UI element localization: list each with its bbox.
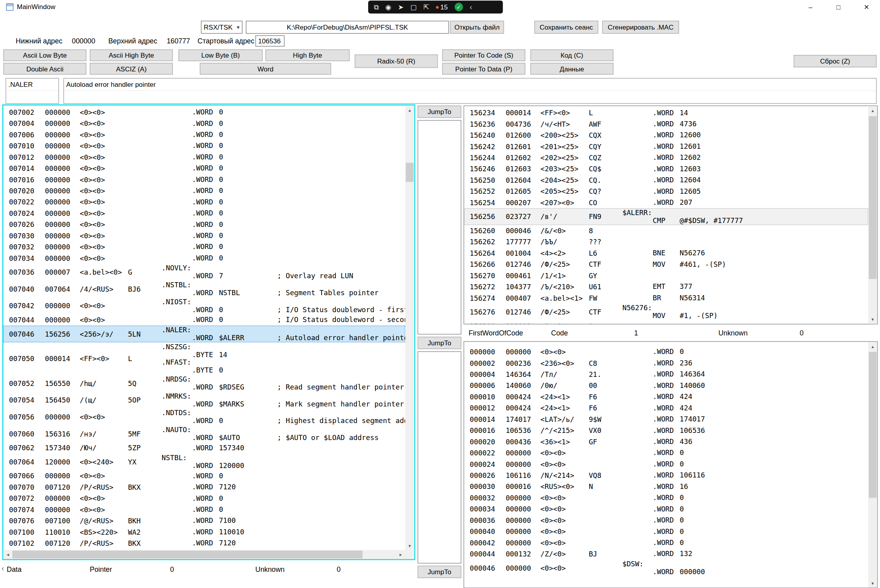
listing-row[interactable]: 156266012746/Ф/<25>CTFMOV#461, -(SP) [464,259,868,270]
listing-row[interactable]: 000046000000<0><0>$DSW:.WORD000000 [464,560,868,577]
listing-row[interactable]: 156270000461/1/<1>GY [464,270,868,281]
scroll-down-icon[interactable]: ▼ [868,579,877,588]
listing-row[interactable]: 007054156450/(щ/5OP.NMRKS:.WORD$MARKS; M… [4,392,405,409]
listing-row[interactable]: 000000000000<0><0>.WORD0 [464,346,868,357]
listing-row[interactable]: 007070007120/P/<RUS>BKX.WORD7120 [4,481,405,492]
maximize-button[interactable]: □ [826,0,851,14]
listing-row[interactable]: 000020000436<36><1>GF.WORD436 [464,436,868,447]
listing-row[interactable]: 007014000000<0><0>.WORD0 [4,163,405,174]
close-button[interactable]: ✕ [854,0,879,14]
format-select[interactable]: RSX/TSK ▾ [201,21,242,34]
high-byte-button[interactable]: High Byte [266,49,350,61]
jump-list-bottom[interactable] [418,351,461,564]
listing-row[interactable]: 007052156550/hщ/5Q.NRDSG:.WORD$RDSEG; Re… [4,375,405,392]
scroll-up-icon[interactable]: ▲ [868,342,877,351]
label-description-box[interactable]: Autoload error handler pointer [64,78,877,104]
ascii-high-byte-button[interactable]: Ascii High Byte [90,49,173,61]
listing-row[interactable]: 007066000000<0><0>.WORD0 [4,470,405,481]
listing-row[interactable]: 000024000000<0><0>.WORD0 [464,459,868,470]
listing-row[interactable]: 007044000000<0><0>.WORD0; I/O Status dou… [4,314,405,325]
ascii-low-byte-button[interactable]: Ascii Low Byte [4,49,86,61]
low-byte-button[interactable]: Low Byte (B) [178,49,262,61]
listing-row[interactable]: 007074000000<0><0>.WORD0 [4,504,405,515]
scroll-right-icon[interactable]: ► [396,550,405,559]
listing-row[interactable]: 156236004736/ч/<HT>AWF.WORD4736 [464,118,868,129]
listing-row[interactable]: 156274000407<a.bel><1>FWBRN56314 [464,292,868,303]
listing-row[interactable]: 000004146364/Тл/21..WORD146364 [464,369,868,380]
word-button[interactable]: Word [200,63,331,75]
listing-row[interactable]: 156252012605<205><25>CQ?.WORD12605 [464,186,868,197]
save-session-button[interactable]: Сохранить сеанс [534,21,598,34]
listing-row[interactable]: 156254000207<207><0>CO.WORD207 [464,197,868,208]
listing-row[interactable]: 007022000000<0><0>.WORD0 [4,197,405,208]
listing-row[interactable]: 000012000424<24><1>F6.WORD424 [464,403,868,414]
listing-row[interactable]: 156246012603<203><25>CQ$.WORD12603 [464,163,868,174]
listing-row[interactable]: 156240012600<200><25>CQX.WORD12600 [464,130,868,141]
scroll-down-icon[interactable]: ▼ [868,315,877,324]
listing-row[interactable]: 007076007100/@/<RUS>BKH.WORD7100 [4,515,405,526]
listing-row[interactable]: 156264001004<4><2>L6BNEN56276 [464,247,868,258]
jump-to-button-bottom[interactable]: JumpTo [418,566,461,578]
listing-row[interactable]: 156260000046/&/<0>8 [464,225,868,236]
listing-row[interactable]: 007064120000<0><240>YXNSTBL:.WORD120000 [4,453,405,470]
scroll-left-icon[interactable]: ◄ [4,550,13,559]
listing-row[interactable]: 156242012601<201><25>CQY.WORD12601 [464,141,868,152]
right-top-scrollbar[interactable]: ▲ ▼ [868,106,877,324]
listing-row[interactable]: 007020000000<0><0>.WORD0 [4,185,405,196]
listing-row[interactable]: 007006000000<0><0>.WORD0 [4,129,405,140]
listing-row[interactable]: 007102007120/P/<RUS>BKX.WORD7120 [4,537,405,549]
pointer-to-data-button[interactable]: Pointer To Data (P) [442,63,525,75]
listing-row[interactable]: 007034000000<0><0>.WORD0 [4,253,405,264]
double-ascii-button[interactable]: Double Ascii [4,63,86,75]
listing-row[interactable]: 156262177777/ЪЪ/??? [464,236,868,247]
camera-icon[interactable]: ◉ [385,3,391,11]
listing-row[interactable]: 007002000000<0><0>.WORD0 [4,107,405,118]
radix50-button[interactable]: Radix-50 (R) [355,54,438,68]
listing-row[interactable]: 000006140060/0ю/00.WORD140060 [464,380,868,391]
asciz-button[interactable]: ASCIZ (A) [90,63,173,75]
listing-row[interactable]: 007024000000<0><0>.WORD0 [4,208,405,219]
left-vertical-scrollbar[interactable]: ▲ ▼ [405,105,414,550]
scroll-up-icon[interactable]: ▲ [868,106,877,115]
listing-row[interactable]: 000016106536/^/<215>VX0.WORD106536 [464,425,868,436]
listing-row[interactable]: 000010000424<24><1>F6.WORD424 [464,391,868,402]
listing-row[interactable]: 000014174017<LAT>/ь/9$W.WORD174017 [464,414,868,425]
stop-record-icon[interactable]: ▢ [410,3,417,11]
listing-row[interactable]: 007030000000<0><0>.WORD0 [4,230,405,241]
listing-row[interactable]: 007046156256<256>/э/5LN.NALER:.WORD$ALER… [4,326,405,343]
listing-row[interactable]: 007010000000<0><0>.WORD0 [4,140,405,152]
listing-row[interactable]: 007040007064/4/<RUS>BJ6.NSTBL:.WORDNSTBL… [4,281,405,298]
listing-row[interactable]: 007060156316/нэ/5MF.NAUTO:.WORD$AUTO; $A… [4,425,405,442]
generate-mac-button[interactable]: Сгенерировать .MAC [602,21,679,34]
listing-row[interactable]: 156250012604<204><25>CQ..WORD12604 [464,174,868,185]
code-button[interactable]: Код (C) [530,49,613,61]
listing-row[interactable]: 007032000000<0><0>.WORD0 [4,242,405,253]
pointer-to-code-button[interactable]: Pointer To Code (S) [442,49,525,61]
open-file-button[interactable]: Открыть файл [450,21,504,34]
listing-row[interactable]: 007036000007<a.bel><0>G.NOVLY:.WORD7; Ov… [4,264,405,281]
listing-row[interactable]: 000044000132/Z/<0>BJ.WORD132 [464,548,868,559]
listing-row[interactable]: 000034000000<0><0>.WORD0 [464,504,868,515]
file-path-input[interactable] [246,21,449,34]
scroll-up-icon[interactable]: ▲ [405,105,414,114]
right-bottom-scrollbar[interactable]: ▲ ▼ [868,342,877,588]
listing-row[interactable]: 007062157340/Юч/5ZP.WORD157340 [4,442,405,453]
listing-row[interactable]: 007004000000<0><0>.WORD0 [4,118,405,129]
listing-row[interactable]: 000032000000<0><0>.WORD0 [464,492,868,503]
region-capture-icon[interactable]: ⇱ [423,3,429,11]
scrollbar-thumb[interactable] [406,163,414,182]
listing-row[interactable]: 156276012746/Ф/<25>CTFN56276:MOV#1, -(SP… [464,303,868,320]
jump-to-button-top[interactable]: JumpTo [418,105,461,118]
listing-row[interactable]: 000036000000<0><0>.WORD0 [464,515,868,526]
scrollbar-thumb[interactable] [12,551,362,558]
listing-row[interactable]: 007050000014<FF><0>L.NSZSG:.BYTE14.NFAST… [4,343,405,375]
collapse-recorder-icon[interactable]: ‹ [470,3,472,11]
listing-row[interactable]: 007072000000<0><0>.WORD0 [4,493,405,504]
listing-row[interactable]: 007042000000<0><0>.NIOST:.WORD0; I/O Sta… [4,298,405,315]
listing-row[interactable]: 000040000000<0><0>.WORD0 [464,526,868,537]
reset-button[interactable]: Сброс (Z) [794,55,876,67]
listing-row[interactable]: 156272104377/Ъ/<210>U61EMT377 [464,281,868,292]
scroll-down-icon[interactable]: ▼ [405,541,414,550]
listing-row[interactable]: 007026000000<0><0>.WORD0 [4,219,405,230]
listing-row[interactable]: 156256023727/в'/FN9$ALERR:CMP@#$DSW, #17… [464,208,868,225]
